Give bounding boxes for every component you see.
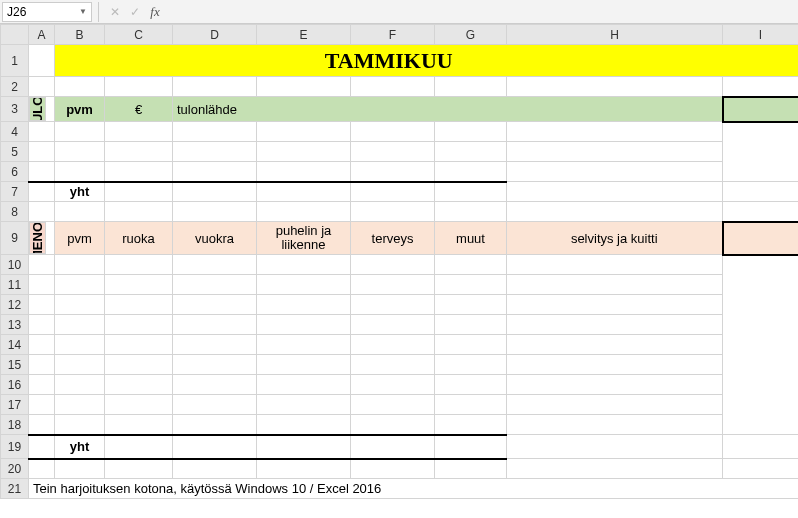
cell[interactable] (29, 122, 55, 142)
cell[interactable] (507, 459, 723, 479)
cell[interactable] (173, 255, 257, 275)
cell[interactable] (257, 355, 351, 375)
tulot-yht[interactable]: yht (55, 182, 105, 202)
cell[interactable] (173, 162, 257, 182)
col-header-G[interactable]: G (435, 25, 507, 45)
cell[interactable] (257, 435, 351, 459)
cell[interactable] (173, 275, 257, 295)
cell[interactable] (173, 335, 257, 355)
cell[interactable] (105, 255, 173, 275)
cell[interactable] (29, 295, 55, 315)
cell[interactable] (105, 395, 173, 415)
cell[interactable] (723, 435, 799, 459)
cell[interactable] (435, 415, 507, 435)
cell[interactable] (257, 335, 351, 355)
cell[interactable] (435, 295, 507, 315)
cell[interactable] (435, 77, 507, 97)
cell[interactable] (723, 45, 799, 77)
cell[interactable] (105, 375, 173, 395)
tulot-label[interactable]: TULOT (29, 97, 46, 121)
cell[interactable] (105, 142, 173, 162)
cell[interactable] (173, 77, 257, 97)
cell[interactable] (29, 355, 55, 375)
cell[interactable] (507, 77, 723, 97)
cell[interactable] (435, 395, 507, 415)
cell[interactable] (29, 255, 55, 275)
cell[interactable] (55, 375, 105, 395)
formula-input[interactable] (171, 2, 798, 22)
cell[interactable] (29, 45, 55, 77)
col-header-H[interactable]: H (507, 25, 723, 45)
cell[interactable] (55, 122, 105, 142)
menot-header-ruoka[interactable]: ruoka (105, 222, 173, 255)
cell[interactable] (105, 295, 173, 315)
cell[interactable] (351, 459, 435, 479)
cell[interactable] (105, 315, 173, 335)
cell[interactable] (257, 295, 351, 315)
cell[interactable] (435, 182, 507, 202)
cell[interactable] (55, 275, 105, 295)
cell[interactable] (29, 415, 55, 435)
cell[interactable] (507, 122, 723, 142)
cell[interactable] (507, 415, 723, 435)
row-header[interactable]: 14 (1, 335, 29, 355)
cell[interactable] (173, 182, 257, 202)
cell[interactable] (29, 162, 55, 182)
cell[interactable] (55, 315, 105, 335)
cell[interactable] (507, 255, 723, 275)
cell[interactable] (29, 77, 55, 97)
enter-icon[interactable]: ✓ (126, 3, 144, 21)
cell[interactable] (435, 142, 507, 162)
menot-header-pvm[interactable]: pvm (55, 222, 105, 255)
spreadsheet-grid[interactable]: A B C D E F G H I 1 TAMMIKUU 2 3 TULOT p… (0, 24, 798, 499)
cell[interactable] (29, 182, 55, 202)
cell[interactable] (351, 182, 435, 202)
cell[interactable] (29, 335, 55, 355)
cell[interactable] (173, 202, 257, 222)
cell[interactable] (351, 122, 435, 142)
cell[interactable] (723, 459, 799, 479)
row-header[interactable]: 21 (1, 479, 29, 499)
cell[interactable] (507, 395, 723, 415)
cell[interactable] (435, 375, 507, 395)
cell[interactable] (257, 275, 351, 295)
cell[interactable] (507, 202, 723, 222)
row-header[interactable]: 6 (1, 162, 29, 182)
cell[interactable] (55, 255, 105, 275)
cell[interactable] (435, 355, 507, 375)
cell[interactable] (29, 375, 55, 395)
row-header[interactable]: 9 (1, 222, 29, 255)
cell[interactable] (29, 275, 55, 295)
cell[interactable] (723, 222, 799, 255)
cell[interactable] (29, 459, 55, 479)
cell[interactable] (507, 375, 723, 395)
cell[interactable] (507, 435, 723, 459)
cell[interactable] (435, 435, 507, 459)
cell[interactable] (723, 182, 799, 202)
row-header[interactable]: 16 (1, 375, 29, 395)
cell[interactable] (351, 375, 435, 395)
cell[interactable] (105, 275, 173, 295)
cell[interactable] (435, 122, 507, 142)
cell[interactable] (105, 162, 173, 182)
row-header[interactable]: 13 (1, 315, 29, 335)
cell[interactable] (29, 435, 55, 459)
col-header-C[interactable]: C (105, 25, 173, 45)
row-header[interactable]: 5 (1, 142, 29, 162)
cell[interactable] (105, 435, 173, 459)
cell[interactable] (435, 162, 507, 182)
col-header-D[interactable]: D (173, 25, 257, 45)
cell[interactable] (55, 355, 105, 375)
cell[interactable] (173, 395, 257, 415)
cell[interactable] (507, 162, 723, 182)
col-header-I[interactable]: I (723, 25, 799, 45)
menot-label[interactable]: MENOT (29, 222, 46, 254)
cell[interactable] (55, 459, 105, 479)
cell[interactable] (105, 202, 173, 222)
cell[interactable] (507, 142, 723, 162)
cell[interactable] (257, 255, 351, 275)
footer-note[interactable]: Tein harjoituksen kotona, käytössä Windo… (29, 479, 799, 499)
cell[interactable] (723, 77, 799, 97)
cell[interactable] (55, 77, 105, 97)
cell[interactable] (173, 435, 257, 459)
